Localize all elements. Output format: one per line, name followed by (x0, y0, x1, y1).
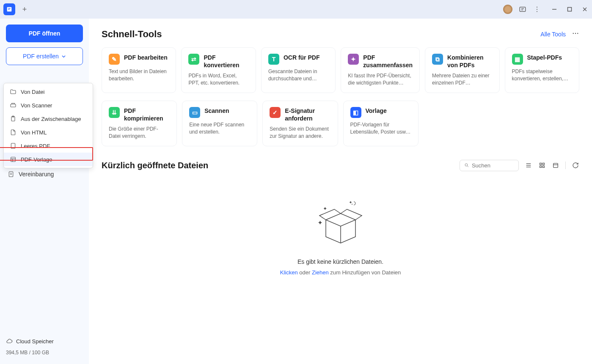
scanner-icon (10, 102, 17, 109)
svg-rect-11 (11, 104, 16, 107)
tool-desc: Eine neue PDF scannen und erstellen. (189, 121, 250, 136)
list-view-icon[interactable] (525, 161, 532, 169)
close-button[interactable] (581, 5, 589, 13)
recent-title: Kürzlich geöffnete Dateien (102, 161, 208, 170)
svg-rect-14 (11, 143, 15, 148)
calendar-icon[interactable] (552, 161, 559, 169)
tool-desc: Senden Sie ein Dokument zur Signatur an … (270, 126, 330, 140)
batch-icon: ▦ (512, 54, 523, 65)
dropdown-label: Von Datei (21, 89, 44, 95)
tool-title: PDF bearbeiten (124, 54, 168, 61)
grid-view-icon[interactable] (538, 161, 546, 169)
cloud-icon (6, 338, 13, 345)
create-pdf-label: PDF erstellen (23, 53, 59, 60)
tool-desc: Die Größe einer PDF-Datei verringern. (109, 126, 170, 140)
dropdown-pdf-template[interactable]: PDF-Vorlage (4, 153, 93, 166)
svg-rect-29 (540, 163, 542, 165)
tool-scan[interactable]: ▭Scannen Eine neue PDF scannen und erste… (182, 101, 257, 146)
search-box[interactable] (460, 160, 519, 171)
clipboard-icon (10, 115, 17, 122)
cloud-storage-label: Cloud Speicher (16, 338, 54, 345)
click-link[interactable]: Klicken (280, 269, 298, 276)
titlebar-right (503, 5, 589, 14)
tool-combine-pdf[interactable]: ⧉Kombinieren von PDFs Mehrere Dateien zu… (425, 47, 499, 93)
main-layout: PDF öffnen PDF erstellen Von Datei Von S… (0, 19, 592, 364)
tool-ocr-pdf[interactable]: TOCR für PDF Gescannte Dateien in durchs… (261, 47, 336, 93)
svg-point-35 (352, 204, 352, 205)
open-pdf-button[interactable]: PDF öffnen (6, 25, 83, 42)
edit-icon: ✎ (109, 54, 120, 65)
sidebar-agreement-link[interactable]: Vereinbarung (6, 167, 83, 181)
template-tool-icon: ◧ (350, 107, 361, 118)
svg-rect-31 (540, 166, 542, 168)
tool-desc: Mehrere Dateien zu einer einzelnen PDF z… (432, 72, 492, 87)
dropdown-label: Aus der Zwischenablage (21, 116, 81, 122)
dropdown-from-file[interactable]: Von Datei (4, 85, 93, 99)
more-icon[interactable] (572, 30, 579, 39)
tool-title: PDF konvertieren (204, 54, 248, 69)
tool-compress-pdf[interactable]: ⇊PDF komprimieren Die Größe einer PDF-Da… (102, 101, 177, 146)
svg-rect-15 (11, 157, 16, 162)
maximize-button[interactable] (566, 5, 573, 13)
storage-usage-text: 394,5 MB / 100 GB (6, 347, 83, 358)
user-avatar[interactable] (503, 5, 512, 14)
refresh-icon[interactable] (572, 161, 579, 169)
drag-link[interactable]: Ziehen (312, 269, 329, 276)
tool-convert-pdf[interactable]: ⇄PDF konvertieren PDFs in Word, Excel, P… (181, 47, 256, 93)
minimize-button[interactable] (551, 5, 558, 13)
cloud-storage-row[interactable]: Cloud Speicher (6, 335, 83, 347)
chevron-down-icon (61, 54, 66, 59)
empty-box-icon (313, 197, 368, 252)
app-logo-icon[interactable] (3, 3, 15, 15)
svg-point-22 (575, 33, 576, 34)
svg-point-4 (537, 7, 537, 8)
tool-title: Vorlage (366, 107, 387, 115)
tool-title: PDF zusammenfassen (363, 54, 413, 69)
tool-summarize-pdf[interactable]: ✦PDF zusammenfassen KI fasst Ihre PDF-Üb… (341, 47, 420, 93)
create-pdf-button[interactable]: PDF erstellen (6, 47, 83, 65)
svg-point-23 (577, 33, 578, 34)
tool-esignature[interactable]: ✓E-Signatur anfordern Senden Sie ein Dok… (262, 101, 338, 146)
scan-icon: ▭ (189, 107, 200, 118)
sidebar-footer: Cloud Speicher 394,5 MB / 100 GB (6, 335, 83, 358)
svg-point-5 (537, 9, 537, 10)
quicktools-actions: Alle Tools (540, 30, 579, 39)
svg-rect-18 (9, 172, 13, 177)
recent-header: Kürzlich geöffnete Dateien (102, 160, 579, 171)
new-tab-button[interactable]: + (19, 3, 30, 15)
create-pdf-dropdown: Von Datei Von Scanner Aus der Zwischenab… (3, 83, 93, 168)
kebab-menu-icon[interactable] (533, 5, 541, 14)
dropdown-from-html[interactable]: Von HTML (4, 126, 93, 139)
tool-batch-pdf[interactable]: ▦Stapel-PDFs PDFs stapelweise konvertier… (505, 47, 579, 93)
tool-desc: Text und Bilder in Dateien bearbeiten. (109, 68, 169, 82)
tool-desc: PDFs in Word, Excel, PPT, etc. konvertie… (188, 72, 248, 87)
svg-point-24 (465, 164, 468, 166)
sidebar: PDF öffnen PDF erstellen Von Datei Von S… (0, 19, 89, 364)
summarize-icon: ✦ (348, 54, 359, 65)
svg-point-6 (537, 11, 537, 12)
dropdown-blank-pdf[interactable]: Leeres PDF (4, 139, 93, 153)
dropdown-from-clipboard[interactable]: Aus der Zwischenablage (4, 112, 93, 126)
document-icon (8, 171, 14, 178)
svg-rect-1 (8, 8, 10, 8)
file-icon (10, 129, 17, 136)
dropdown-label: Von HTML (21, 129, 47, 136)
dropdown-from-scanner[interactable]: Von Scanner (4, 99, 93, 112)
search-input[interactable] (472, 162, 514, 169)
tool-desc: PDF-Vorlagen für Lebensläufe, Poster usw… (350, 121, 411, 136)
svg-rect-3 (520, 7, 526, 12)
tool-edit-pdf[interactable]: ✎PDF bearbeiten Text und Bilder in Datei… (102, 47, 176, 93)
window-controls (551, 5, 589, 13)
suffix-text: zum Hinzufügen von Dateien (329, 269, 401, 276)
titlebar-left: + (3, 3, 30, 15)
feedback-icon[interactable] (518, 5, 527, 14)
ocr-icon: T (268, 54, 279, 65)
tool-template[interactable]: ◧Vorlage PDF-Vorlagen für Lebensläufe, P… (343, 101, 419, 146)
svg-rect-30 (542, 163, 544, 165)
divider (565, 161, 566, 169)
tool-title: E-Signatur anfordern (285, 107, 330, 122)
tool-title: PDF komprimieren (124, 107, 170, 122)
compress-icon: ⇊ (109, 107, 120, 118)
all-tools-link[interactable]: Alle Tools (540, 31, 566, 38)
template-icon (10, 156, 17, 163)
